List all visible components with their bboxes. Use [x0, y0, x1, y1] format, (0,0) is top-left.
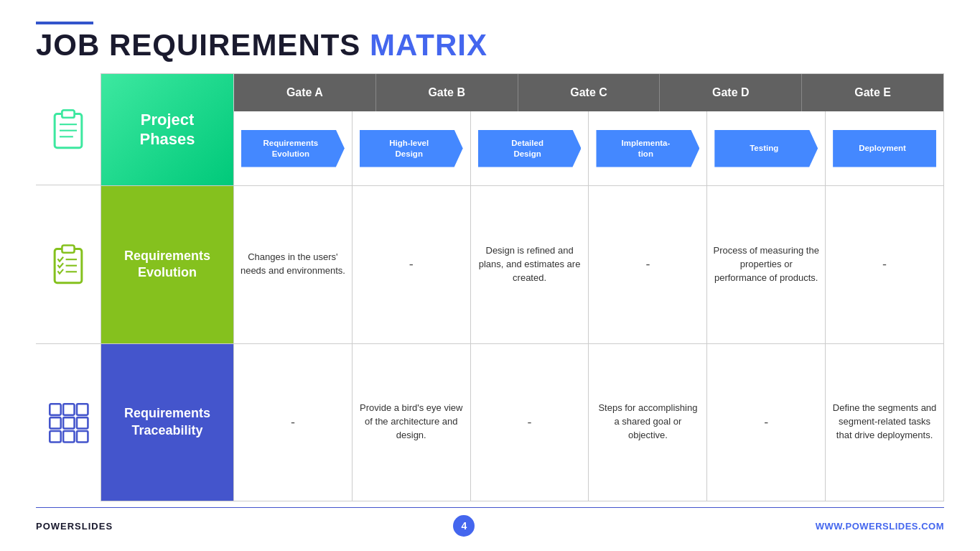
footer-brand: POWERSLIDES — [36, 521, 113, 532]
icon-cell-row1 — [36, 185, 101, 343]
phase-cell-2: Detailed Design — [471, 111, 589, 185]
clipboard-icon — [47, 108, 90, 151]
row-header-1: Requirements Evolution — [101, 186, 234, 343]
arrow-requirements-evolution: Requirements Evolution — [241, 130, 345, 167]
row-header-2: Requirements Traceability — [101, 344, 234, 501]
phase-cell-4: Testing — [707, 111, 826, 185]
gate-a-label: Gate A — [234, 74, 376, 111]
data-row-1: Requirements Evolution Changes in the us… — [101, 185, 943, 343]
cell-1-2: Design is refined and plans, and estimat… — [471, 186, 589, 343]
arrow-detailed-design: Detailed Design — [478, 130, 582, 167]
gate-e-label: Gate E — [802, 74, 943, 111]
title-main: JOB REQUIREMENTS — [36, 28, 370, 62]
gate-c-label: Gate C — [518, 74, 661, 111]
page-title: JOB REQUIREMENTS MATRIX — [36, 30, 944, 60]
data-cells-1: Changes in the users' needs and environm… — [234, 186, 943, 343]
svg-rect-14 — [50, 417, 60, 428]
matrix-wrapper: Project Phases Gate A Gate B Gate C — [36, 73, 944, 501]
page: JOB REQUIREMENTS MATRIX — [0, 0, 980, 551]
data-row-2: Requirements Traceability - Provide a bi… — [101, 343, 943, 501]
cell-2-3: Steps for accomplishing a shared goal or… — [589, 344, 707, 501]
phase-cell-0: Requirements Evolution — [234, 111, 353, 185]
cell-1-3: - — [589, 186, 707, 343]
cell-1-4: Process of measuring the properties or p… — [707, 186, 826, 343]
cell-1-0: Changes in the users' needs and environm… — [234, 186, 353, 343]
svg-rect-16 — [77, 417, 88, 428]
header-row: Project Phases Gate A Gate B Gate C — [101, 74, 943, 185]
matrix-table: Project Phases Gate A Gate B Gate C — [101, 73, 944, 501]
row-header-2-text: Requirements Traceability — [124, 405, 210, 439]
phase-header: Project Phases — [101, 74, 234, 185]
footer: POWERSLIDES 4 WWW.POWERSLIDES.COM — [36, 507, 944, 537]
svg-rect-15 — [63, 417, 74, 428]
footer-url: WWW.POWERSLIDES.COM — [816, 521, 944, 532]
title-accent: MATRIX — [370, 28, 487, 62]
icon-cell-header — [36, 73, 101, 185]
grid-icon — [47, 401, 90, 444]
arrow-implementation: Implementa- tion — [596, 130, 699, 167]
svg-rect-18 — [63, 431, 74, 442]
arrow-highlevel-design: High-level Design — [360, 130, 463, 167]
row-header-1-text: Requirements Evolution — [124, 248, 210, 282]
cell-2-2: - — [471, 344, 589, 501]
phase-cell-3: Implementa- tion — [589, 111, 707, 185]
phase-header-text: Project Phases — [139, 111, 195, 149]
svg-rect-2 — [62, 110, 74, 117]
page-number: 4 — [453, 515, 475, 537]
icon-cell-row2 — [36, 343, 101, 502]
svg-rect-17 — [50, 431, 60, 442]
cell-2-0: - — [234, 344, 353, 501]
arrow-deployment: Deployment — [833, 130, 936, 167]
svg-rect-19 — [77, 431, 88, 442]
gate-b-label: Gate B — [376, 74, 518, 111]
cell-2-4: - — [707, 344, 826, 501]
phase-cell-1: High-level Design — [353, 111, 471, 185]
svg-rect-12 — [63, 404, 74, 415]
cell-2-1: Provide a bird's eye view of the archite… — [353, 344, 471, 501]
phase-cell-5: Deployment — [826, 111, 943, 185]
phase-arrows-row: Requirements Evolution High-level Design… — [234, 111, 943, 185]
svg-rect-13 — [77, 404, 88, 415]
data-cells-2: - Provide a bird's eye view of the archi… — [234, 344, 943, 501]
gate-d-label: Gate D — [660, 74, 802, 111]
svg-rect-11 — [50, 404, 60, 415]
cell-2-5: Define the segments and segment-related … — [826, 344, 943, 501]
cell-1-1: - — [353, 186, 471, 343]
gates-top: Gate A Gate B Gate C Gate D Gate E — [234, 74, 943, 111]
checklist-icon — [47, 243, 90, 286]
icons-column — [36, 73, 101, 501]
svg-rect-7 — [62, 245, 74, 252]
arrow-testing: Testing — [714, 130, 818, 167]
header-accent-line — [36, 22, 93, 24]
gates-section: Gate A Gate B Gate C Gate D Gate E — [234, 74, 943, 185]
cell-1-5: - — [826, 186, 943, 343]
